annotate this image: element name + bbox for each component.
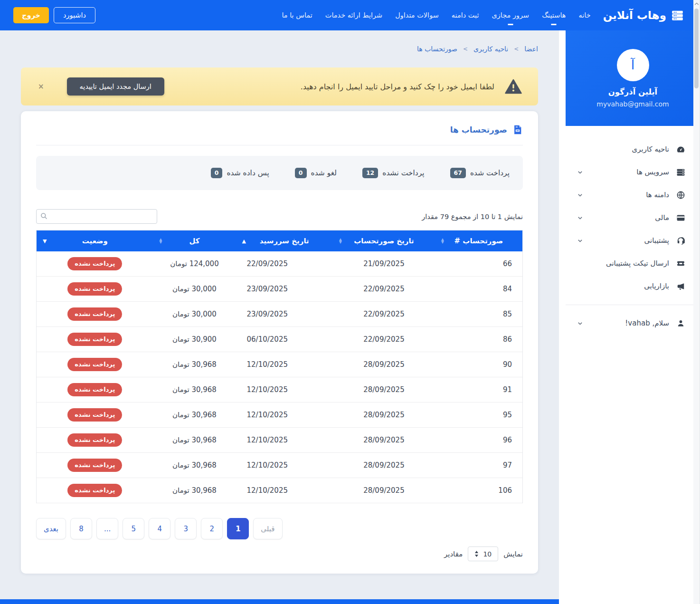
nav-faq[interactable]: سوالات متداول	[395, 11, 439, 19]
sidebar-item-label: ناحیه کاربری	[632, 145, 669, 153]
status-badge-unpaid: پرداخت نشده	[67, 257, 122, 270]
stat-count-badge: 0	[295, 168, 307, 178]
breadcrumb-client-area[interactable]: ناحیه کاربری	[473, 45, 508, 53]
browser-scrollbar[interactable]	[693, 0, 700, 604]
cell-status: پرداخت نشده	[37, 383, 153, 396]
nav-terms[interactable]: شرایط ارائه خدمات	[325, 11, 382, 19]
select-arrows-icon	[474, 551, 479, 557]
warning-triangle-icon	[505, 78, 522, 95]
status-badge-unpaid: پرداخت نشده	[67, 282, 122, 296]
table-row[interactable]: 66 21/09/2025 22/09/2025 124,000 تومان پ…	[37, 251, 522, 277]
table-row[interactable]: 97 28/09/2025 12/10/2025 30,968 تومان پر…	[37, 453, 522, 478]
scrollbar-thumb[interactable]	[694, 9, 699, 88]
cell-invoice-number: 66	[435, 259, 522, 268]
breadcrumb-members[interactable]: اعضا	[524, 45, 538, 53]
nav-home[interactable]: خانه	[578, 11, 590, 19]
sidebar-item-label: سرویس ها	[636, 168, 669, 176]
cell-invoice-number: 85	[435, 310, 522, 318]
nav-vps[interactable]: سرور مجازی	[492, 11, 529, 19]
table-row[interactable]: 85 22/09/2025 23/09/2025 30,000 تومان پر…	[37, 302, 522, 327]
sidebar-item-label: دامنه ها	[646, 191, 669, 199]
cell-due-date: 12/10/2025	[236, 360, 333, 369]
search-icon	[40, 212, 48, 220]
cell-due-date: 12/10/2025	[236, 411, 333, 419]
stat-count-badge: 67	[450, 168, 466, 178]
cell-total: 30,968 تومان	[153, 411, 236, 419]
cell-invoice-number: 90	[435, 360, 522, 369]
cell-invoice-number: 106	[435, 486, 522, 495]
status-badge-unpaid: پرداخت نشده	[67, 433, 122, 447]
pagination-page-8[interactable]: 8	[70, 518, 92, 539]
nav-hosting[interactable]: هاستینگ	[542, 11, 566, 19]
search-input[interactable]	[36, 209, 157, 224]
column-header-total[interactable]: کل ▲▼	[153, 230, 236, 251]
nav-domain-register[interactable]: ثبت دامنه	[452, 11, 479, 19]
table-row[interactable]: 90 28/09/2025 12/10/2025 30,968 تومان پر…	[37, 352, 522, 377]
length-value: 10	[483, 550, 492, 558]
sidebar-item-client-area[interactable]: ناحیه کاربری	[566, 138, 700, 161]
column-header-due-date[interactable]: تاریخ سررسید ▲	[236, 230, 333, 251]
sidebar-item-services[interactable]: سرویس ها	[566, 161, 700, 183]
column-header-invoice-date[interactable]: تاریخ صورتحساب ▲▼	[333, 230, 435, 251]
main-nav: خانه هاستینگ سرور مجازی ثبت دامنه سوالات…	[282, 11, 590, 19]
dashboard-button[interactable]: داشبورد	[54, 7, 95, 23]
sidebar-item-billing[interactable]: مالی	[566, 206, 700, 229]
column-header-status[interactable]: وضعیت ▼	[37, 230, 153, 251]
ticket-icon	[675, 259, 686, 268]
breadcrumb-separator: >	[463, 46, 468, 52]
cell-invoice-date: 21/09/2025	[333, 259, 435, 268]
brand[interactable]: وهاب آنلاین	[603, 9, 684, 22]
sidebar-item-domains[interactable]: دامنه ها	[566, 183, 700, 206]
sidebar-item-user-greeting[interactable]: سلام, vahab!	[566, 312, 700, 335]
table-row[interactable]: 95 28/09/2025 12/10/2025 30,968 تومان پر…	[37, 403, 522, 428]
cell-invoice-date: 22/09/2025	[333, 310, 435, 318]
pagination-page-5[interactable]: 5	[123, 518, 144, 539]
table-row[interactable]: 91 28/09/2025 12/10/2025 30,968 تومان پر…	[37, 377, 522, 403]
stat-label: پرداخت شده	[470, 169, 510, 177]
pagination-page-1[interactable]: 1	[227, 518, 249, 539]
cell-total: 30,968 تومان	[153, 436, 236, 444]
breadcrumb-invoices[interactable]: صورتحساب ها	[417, 45, 457, 53]
sidebar-item-marketing[interactable]: بازاریابی	[566, 275, 700, 297]
stat-label: پس داده شده	[227, 169, 269, 177]
nav-contact[interactable]: تماس با ما	[282, 11, 312, 19]
chevron-down-icon	[577, 238, 583, 244]
table-row[interactable]: 96 28/09/2025 12/10/2025 30,968 تومان پر…	[37, 428, 522, 453]
stat-count-badge: 12	[362, 168, 378, 178]
resend-verification-email-button[interactable]: ارسال مجدد ایمیل تاییدیه	[67, 77, 164, 96]
cell-invoice-date: 22/09/2025	[333, 285, 435, 293]
pagination-page-4[interactable]: 4	[149, 518, 170, 539]
page-title: صورتحساب ها	[450, 125, 507, 134]
pagination-prev-button[interactable]: قبلی	[253, 518, 282, 539]
globe-icon	[675, 191, 686, 200]
table-row[interactable]: 84 22/09/2025 23/09/2025 30,000 تومان پر…	[37, 277, 522, 302]
invoices-table: صورتحساب # ▲▼ تاریخ صورتحساب ▲▼ تاریخ سر…	[36, 230, 523, 503]
cell-status: پرداخت نشده	[37, 257, 153, 270]
scroll-up-arrow-icon[interactable]	[693, 0, 700, 8]
table-row[interactable]: 106 28/09/2025 12/10/2025 30,968 تومان پ…	[37, 478, 522, 503]
sidebar-item-support-ticket[interactable]: ارسال تیکت پشتیبانی	[566, 252, 700, 275]
stat-label: پرداخت نشده	[382, 169, 424, 177]
column-header-invoice-number[interactable]: صورتحساب # ▲▼	[435, 230, 522, 251]
close-icon[interactable]: ×	[38, 82, 44, 91]
stat-paid: پرداخت شده 67	[450, 168, 510, 178]
table-info-text: نمایش 1 تا 10 از مجموع 79 مقدار	[422, 213, 523, 221]
cell-status: پرداخت نشده	[37, 433, 153, 447]
email-verify-alert: لطفا ایمیل خود را چک کنید و مراحل تایید …	[21, 67, 538, 105]
cell-total: 30,900 تومان	[153, 335, 236, 344]
sidebar: آ آیلین آذرگون myvahab@gmail.com ناحیه ک…	[559, 30, 700, 604]
pagination: قبلی 1 2 3 4 5 ... 8 بعدی	[36, 518, 523, 539]
logout-button[interactable]: خروج	[13, 7, 49, 23]
pagination-ellipsis[interactable]: ...	[96, 518, 118, 539]
cell-invoice-date: 28/09/2025	[333, 360, 435, 369]
pagination-page-2[interactable]: 2	[201, 518, 223, 539]
page-length-select[interactable]: 10	[468, 546, 498, 561]
stat-label: لغو شده	[311, 169, 337, 177]
chevron-down-icon	[577, 192, 583, 198]
sidebar-item-support[interactable]: پشتیبانی	[566, 229, 700, 252]
status-badge-unpaid: پرداخت نشده	[67, 358, 122, 371]
pagination-next-button[interactable]: بعدی	[36, 518, 66, 539]
table-row[interactable]: 86 22/09/2025 06/10/2025 30,900 تومان پر…	[37, 327, 522, 352]
cell-total: 30,968 تومان	[153, 385, 236, 394]
pagination-page-3[interactable]: 3	[175, 518, 197, 539]
